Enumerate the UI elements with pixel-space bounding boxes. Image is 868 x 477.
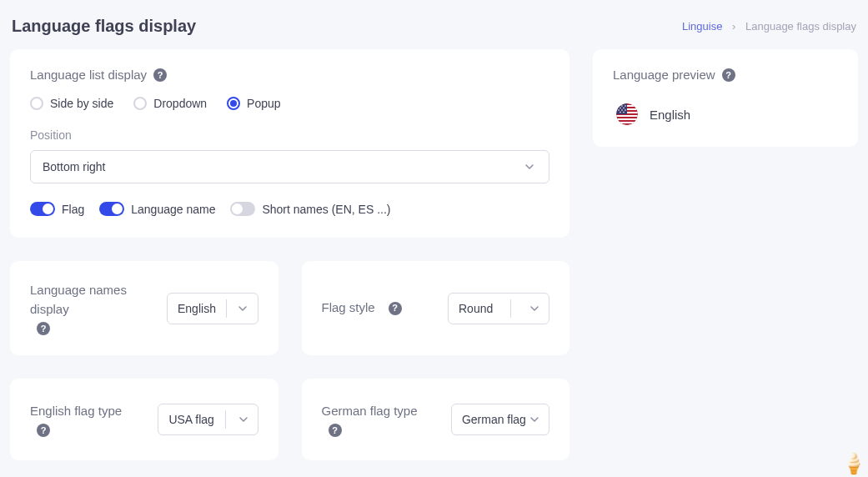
svg-point-15 [621,109,623,111]
svg-rect-5 [616,115,638,117]
language-names-display-card: Language names display ? English [10,261,278,355]
breadcrumb-root-link[interactable]: Linguise [682,20,722,33]
radio-icon [133,97,147,110]
language-preview-label: Language preview ? [613,68,838,82]
help-icon[interactable]: ? [37,322,50,335]
svg-rect-8 [616,103,627,114]
radio-side-by-side[interactable]: Side by side [30,97,113,110]
help-icon[interactable]: ? [389,302,402,315]
help-icon[interactable]: ? [153,68,167,82]
svg-point-9 [618,105,620,107]
decoration-icon: 🍦 [841,452,866,475]
help-icon[interactable]: ? [37,424,50,437]
english-flag-type-select[interactable]: USA flag [158,404,258,435]
svg-rect-6 [616,118,638,120]
svg-point-17 [620,112,621,113]
flag-style-select[interactable]: Round [448,293,549,324]
toggle-language-name-label: Language name [131,203,215,216]
language-list-display-label: Language list display ? [30,68,549,82]
chevron-down-icon [527,412,542,427]
chevron-down-icon [236,412,251,427]
svg-point-14 [618,109,620,111]
page-title: Language flags display [12,17,196,36]
toggle-short-names[interactable] [230,202,255,216]
svg-point-11 [625,105,626,107]
toggle-short-names-label: Short names (EN, ES ...) [262,203,390,216]
radio-icon [227,97,240,110]
flag-style-label: Flag style ? [322,299,402,318]
breadcrumb-current: Language flags display [745,20,856,33]
chevron-down-icon [522,159,537,174]
toggle-flag-label: Flag [62,203,84,216]
help-icon[interactable]: ? [722,68,735,82]
help-icon[interactable]: ? [329,424,342,437]
us-flag-icon [616,103,638,125]
german-flag-type-select[interactable]: German flag [451,404,549,435]
language-preview-name: English [650,108,690,122]
german-flag-type-card: German flag type ? German flag [302,379,570,460]
english-flag-type-label: English flag type ? [30,402,146,438]
svg-point-12 [620,108,621,109]
radio-dropdown[interactable]: Dropdown [133,97,207,110]
breadcrumb: Linguise › Language flags display [682,20,856,33]
language-preview-card: Language preview ? [593,49,858,147]
radio-popup[interactable]: Popup [227,97,280,110]
toggle-language-name[interactable] [99,202,124,216]
svg-point-18 [623,112,625,113]
language-names-display-label: Language names display ? [30,281,155,335]
language-preview-item[interactable]: English [613,97,838,128]
language-list-display-card: Language list display ? Side by side Dro… [10,49,569,238]
svg-point-13 [623,108,625,109]
toggle-flag[interactable] [30,202,55,216]
english-flag-type-card: English flag type ? USA flag [10,379,278,460]
position-label: Position [30,128,549,142]
german-flag-type-label: German flag type ? [322,402,439,438]
language-names-display-select[interactable]: English [167,293,258,324]
chevron-right-icon: › [732,20,735,33]
svg-point-16 [625,109,626,111]
flag-style-card: Flag style ? Round [302,261,570,355]
chevron-down-icon [235,301,250,316]
position-select[interactable]: Bottom right [30,150,549,183]
svg-point-10 [621,105,623,107]
svg-rect-7 [616,122,638,123]
radio-icon [30,97,43,110]
chevron-down-icon [527,301,542,316]
